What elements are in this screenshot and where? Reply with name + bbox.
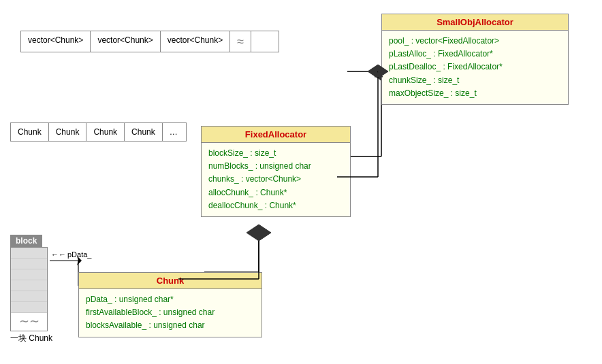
block-row-4 [11,280,47,291]
block-row-1 [11,248,47,259]
pdata-label: ←←pData_ [51,250,91,259]
connector-soa-fa [344,71,385,177]
chunk-cell-4: Chunk [125,123,163,141]
small-obj-allocator-header: SmallObjAllocator [382,14,568,31]
field-maxobjectsize: maxObjectSize_ : size_t [389,87,561,100]
diagram-container: vector<Chunk> vector<Chunk> vector<Chunk… [0,0,602,364]
chunk-cell-dots: … [163,123,186,141]
vector-cell-break: ≈ [230,31,251,52]
field-plastdealloc: pLastDealloc_ : FixedAllocator* [389,61,561,73]
field-deallocchunk: deallocChunk_ : Chunk* [208,199,343,212]
svg-marker-14 [247,225,271,241]
chunk-body: pData_ : unsigned char* firstAvailableBl… [79,289,262,337]
small-obj-allocator-class: SmallObjAllocator pool_ : vector<FixedAl… [381,14,569,105]
field-allocchunk: allocChunk_ : Chunk* [208,186,343,199]
fixed-allocator-body: blockSize_ : size_t numBlocks_ : unsigne… [202,143,350,216]
chunk-cell-3: Chunk [86,123,125,141]
small-obj-allocator-body: pool_ : vector<FixedAllocator> pLastAllo… [382,31,568,104]
block-row-5 [11,291,47,302]
block-row-2 [11,259,47,269]
svg-marker-13 [375,71,383,77]
block-row-6 [11,302,47,313]
field-pool: pool_ : vector<FixedAllocator> [389,35,561,48]
field-chunks: chunks_ : vector<Chunk> [208,173,343,186]
block-label: block [10,235,42,247]
block-wavy: ∼∼ [11,313,47,331]
chunk-header: Chunk [79,273,262,289]
block-rows: ∼∼ [10,247,48,331]
field-firstavailableblock: firstAvailableBlock_ : unsigned char [86,306,255,319]
field-plastalloc: pLastAlloc_ : FixedAllocator* [389,48,561,61]
block-caption: 一块 Chunk [10,333,52,344]
fixed-allocator-header: FixedAllocator [202,127,350,143]
chunk-class: Chunk pData_ : unsigned char* firstAvail… [78,272,262,337]
vector-cell-2: vector<Chunk> [91,31,160,52]
field-blocksize: blockSize_ : size_t [208,147,343,160]
block-visual: block ∼∼ 一块 Chunk [10,235,52,344]
fixed-allocator-class: FixedAllocator blockSize_ : size_t numBl… [201,126,351,217]
diamond-fa-chunk [247,225,274,279]
vector-cell-3: vector<Chunk> [161,31,230,52]
block-row-3 [11,269,47,280]
vector-row: vector<Chunk> vector<Chunk> vector<Chunk… [20,31,279,52]
field-pdata: pData_ : unsigned char* [86,293,255,306]
field-chunksize: chunkSize_ : size_t [389,74,561,87]
zigzag-break: ≈ [237,35,244,48]
arrow-left-icon: ←← [51,250,66,259]
chunk-row: Chunk Chunk Chunk Chunk … [10,122,187,142]
field-blocksavailable: blocksAvailable_ : unsigned char [86,319,255,332]
chunk-cell-2: Chunk [49,123,87,141]
vector-cell-empty [251,31,279,52]
chunk-cell-1: Chunk [11,123,49,141]
field-numblocks: numBlocks_ : unsigned char [208,160,343,173]
vector-cell-1: vector<Chunk> [21,31,91,52]
